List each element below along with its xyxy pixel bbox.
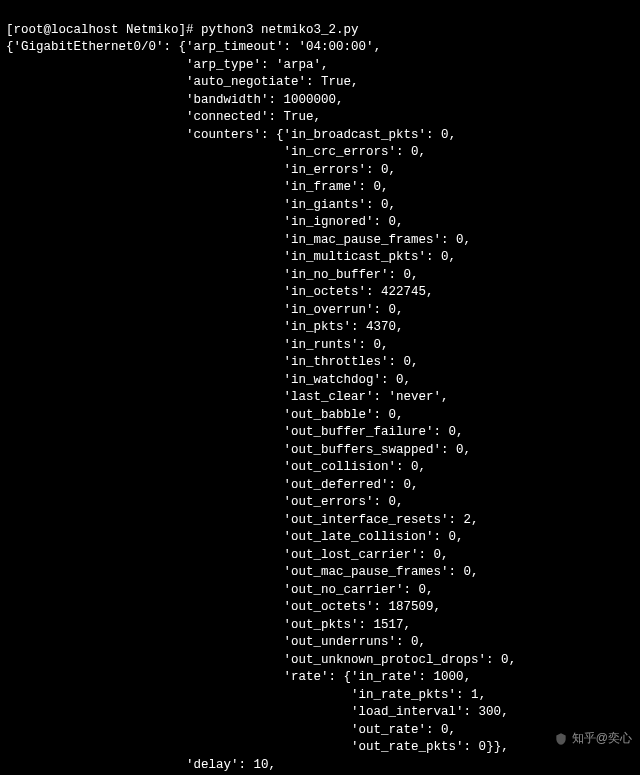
terminal-output: [root@localhost Netmiko]# python3 netmik… — [0, 0, 640, 775]
shell-prompt-line: [root@localhost Netmiko]# python3 netmik… — [6, 23, 359, 37]
iface-key: 'GigabitEthernet0/0' — [14, 40, 164, 54]
